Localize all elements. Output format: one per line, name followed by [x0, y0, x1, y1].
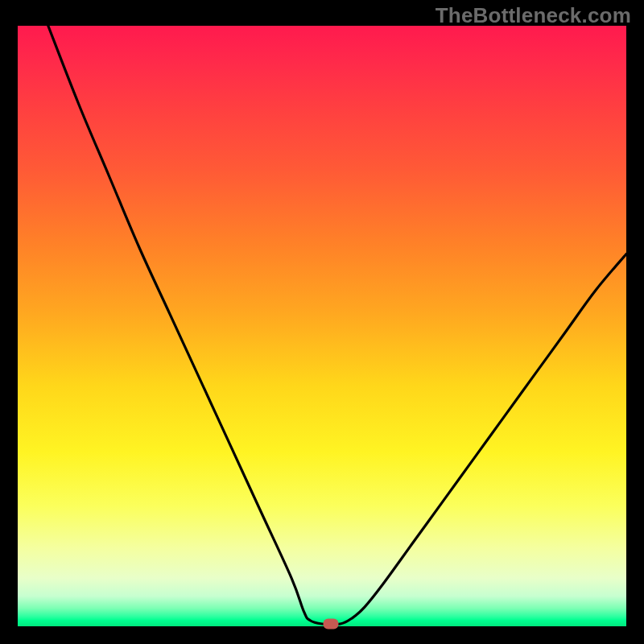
bottleneck-curve	[18, 26, 626, 626]
watermark-text: TheBottleneck.com	[436, 3, 631, 28]
dip-marker	[324, 619, 339, 630]
plot-area	[18, 26, 626, 626]
chart-frame: TheBottleneck.com	[0, 0, 644, 644]
